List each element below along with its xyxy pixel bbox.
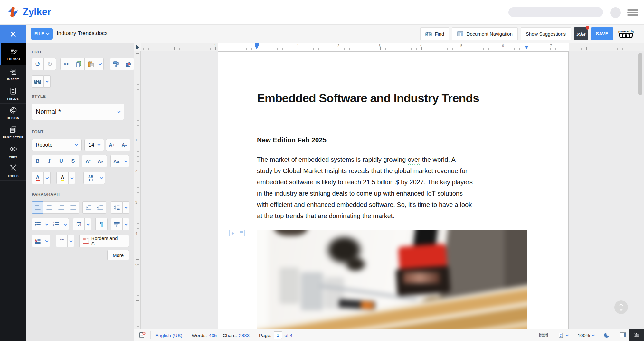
decrease-indent-button[interactable] bbox=[94, 201, 106, 214]
justify-button[interactable] bbox=[67, 201, 79, 214]
zoom-control[interactable]: 100% bbox=[578, 333, 594, 338]
superscript-button[interactable]: A² bbox=[82, 155, 94, 167]
paragraph-line[interactable]: at the top trends that are dominating th… bbox=[257, 210, 529, 222]
clear-formatting-button[interactable] bbox=[122, 58, 134, 70]
align-left-button[interactable] bbox=[32, 201, 43, 214]
font-color-dropdown[interactable] bbox=[44, 172, 51, 184]
panel-expand-toggle[interactable] bbox=[134, 43, 141, 51]
document-title[interactable]: Industry Trends.docx bbox=[57, 30, 108, 37]
file-menu-button[interactable]: FILE bbox=[31, 28, 53, 40]
keyboard-shortcuts-icon[interactable]: ⌨ bbox=[539, 331, 548, 339]
decrease-font-size-button[interactable]: A- bbox=[118, 139, 130, 151]
style-dropdown[interactable]: Normal * bbox=[32, 104, 124, 120]
page-up-down-control[interactable] bbox=[614, 300, 628, 314]
zia-assistant-button[interactable]: zia bbox=[574, 27, 588, 40]
document-heading[interactable]: Embedded Software and Industry Trends bbox=[257, 90, 529, 106]
undo-button[interactable]: ↺ bbox=[32, 58, 44, 70]
align-right-button[interactable] bbox=[55, 201, 67, 214]
paragraph-line[interactable]: with efficient and enhanced embedded sof… bbox=[257, 199, 529, 210]
checklist-button[interactable]: ☑ bbox=[73, 218, 85, 230]
line-spacing-button[interactable] bbox=[111, 201, 123, 214]
page-number-input[interactable] bbox=[274, 331, 282, 339]
spellcheck-status-icon[interactable] bbox=[139, 331, 146, 339]
right-indent-marker[interactable] bbox=[524, 46, 529, 49]
paragraph-line[interactable]: The market of embedded systems is rapidl… bbox=[257, 154, 529, 165]
sidebar-item-design[interactable]: DESIGN bbox=[0, 104, 26, 123]
add-block-icon[interactable]: + bbox=[229, 230, 236, 236]
bold-button[interactable]: B bbox=[32, 155, 43, 167]
checklist-dropdown[interactable] bbox=[85, 218, 91, 230]
increase-font-size-button[interactable]: A+ bbox=[106, 139, 118, 151]
paragraph-anchor-icon[interactable] bbox=[238, 230, 245, 236]
document-paragraph[interactable]: The market of embedded systems is rapidl… bbox=[257, 154, 529, 222]
change-case-button[interactable]: Aa bbox=[110, 155, 122, 167]
vertical-scrollbar-thumb[interactable] bbox=[638, 53, 642, 95]
subscript-button[interactable]: A₂ bbox=[94, 155, 107, 167]
line-spacing-dropdown[interactable] bbox=[123, 201, 129, 214]
paragraph-line[interactable]: embedded software is likely to reach 21.… bbox=[257, 177, 529, 188]
italic-button[interactable]: I bbox=[43, 155, 55, 167]
highlight-color-dropdown[interactable] bbox=[69, 172, 75, 184]
sidebar-item-page-setup[interactable]: PAGE SETUP bbox=[0, 123, 26, 142]
document-page[interactable]: Embedded Software and Industry Trends Ne… bbox=[218, 51, 569, 329]
bullet-list-dropdown[interactable] bbox=[43, 218, 50, 230]
increase-indent-button[interactable] bbox=[82, 201, 94, 214]
sidebar-item-fields[interactable]: FIELDS bbox=[0, 84, 26, 104]
character-spacing-dropdown[interactable] bbox=[98, 172, 105, 184]
find-replace-button[interactable] bbox=[32, 75, 44, 88]
words-count[interactable]: 435 bbox=[209, 333, 217, 338]
highlight-color-button[interactable]: A bbox=[56, 172, 69, 184]
document-navigation-button[interactable]: Document Navigation bbox=[452, 27, 517, 40]
cut-button[interactable]: ✂ bbox=[60, 58, 72, 70]
bullet-list-button[interactable] bbox=[32, 218, 43, 230]
menu-icon[interactable] bbox=[627, 8, 638, 17]
underline-button[interactable]: U bbox=[55, 155, 67, 167]
format-painter-button[interactable] bbox=[110, 58, 122, 70]
block-quote-dropdown[interactable] bbox=[68, 235, 74, 247]
more-options-button[interactable]: More bbox=[107, 250, 129, 260]
text-flow-dropdown[interactable] bbox=[123, 218, 129, 230]
document-image[interactable] bbox=[257, 230, 527, 329]
show-formatting-marks-button[interactable]: ¶ bbox=[95, 218, 108, 230]
text-flow-button[interactable] bbox=[111, 218, 123, 230]
sidebar-item-format[interactable]: FORMAT bbox=[0, 43, 26, 65]
user-avatar[interactable] bbox=[610, 7, 621, 18]
find-button[interactable]: Find bbox=[420, 27, 449, 40]
paste-options-dropdown[interactable] bbox=[97, 58, 104, 70]
brand-logo[interactable]: Zylker bbox=[6, 5, 51, 19]
drop-cap-button[interactable]: A bbox=[32, 235, 43, 247]
borders-shading-button[interactable]: Borders and S... bbox=[79, 235, 129, 247]
redo-button[interactable]: ↻ bbox=[44, 58, 56, 70]
grammar-suggestion-word[interactable]: over bbox=[408, 156, 420, 163]
change-case-dropdown[interactable] bbox=[122, 155, 129, 167]
align-center-button[interactable] bbox=[43, 201, 55, 214]
paragraph-line[interactable]: study by Global Market Insights reveals … bbox=[257, 165, 529, 177]
save-button[interactable]: SAVE bbox=[591, 27, 613, 40]
strikethrough-button[interactable]: S bbox=[67, 155, 79, 167]
block-quote-button[interactable]: ”” bbox=[56, 235, 68, 247]
copy-button[interactable] bbox=[72, 58, 85, 70]
character-spacing-button[interactable]: AB bbox=[83, 172, 98, 184]
close-button[interactable] bbox=[0, 25, 26, 43]
sidebar-item-tools[interactable]: TOOLS bbox=[0, 161, 26, 181]
fit-page-button[interactable] bbox=[558, 332, 568, 338]
sidebar-item-view[interactable]: VIEW bbox=[0, 142, 26, 161]
find-options-dropdown[interactable] bbox=[44, 75, 51, 88]
numbered-list-button[interactable]: 1 2 3 bbox=[50, 218, 62, 230]
sidebar-item-insert[interactable]: INSERT bbox=[0, 65, 26, 84]
paste-button[interactable] bbox=[85, 58, 97, 70]
reader-view-button[interactable] bbox=[629, 329, 644, 341]
numbered-list-dropdown[interactable] bbox=[62, 218, 69, 230]
show-suggestions-button[interactable]: Show Suggestions bbox=[521, 27, 571, 40]
font-size-dropdown[interactable]: 14 bbox=[84, 139, 104, 151]
drop-cap-dropdown[interactable] bbox=[43, 235, 50, 247]
chars-count[interactable]: 2883 bbox=[239, 333, 250, 338]
side-panel-toggle[interactable] bbox=[620, 332, 626, 339]
font-color-button[interactable]: A bbox=[32, 172, 44, 184]
document-subheading[interactable]: New Edition Feb 2025 bbox=[257, 136, 327, 144]
night-mode-icon[interactable]: ✦ bbox=[604, 332, 610, 338]
left-indent-marker[interactable] bbox=[255, 43, 259, 49]
language-selector[interactable]: English (US) bbox=[155, 333, 182, 338]
font-family-dropdown[interactable]: Roboto bbox=[32, 139, 82, 151]
search-bar[interactable] bbox=[508, 7, 603, 17]
